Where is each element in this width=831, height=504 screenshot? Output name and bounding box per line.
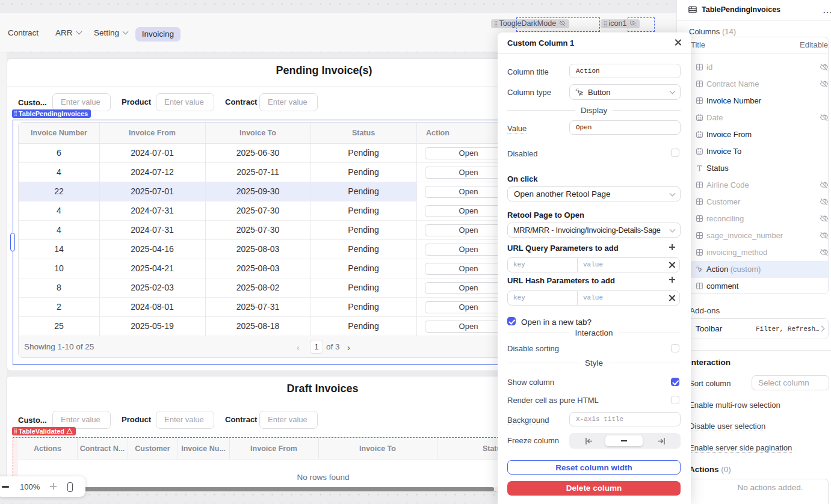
- svg-text:12: 12: [697, 150, 701, 154]
- svg-text:12: 12: [697, 117, 701, 120]
- svg-text:12: 12: [697, 134, 701, 137]
